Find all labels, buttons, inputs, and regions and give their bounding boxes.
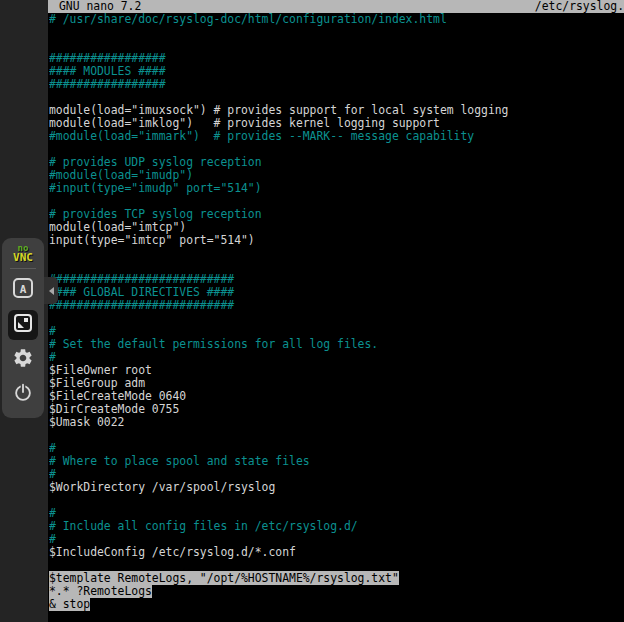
terminal-line: ########################### [49, 299, 624, 312]
settings-button[interactable] [8, 346, 38, 374]
clipboard-button[interactable]: A [8, 276, 38, 304]
power-button[interactable] [8, 380, 38, 408]
terminal-line: #module(load="immark") # provides --MARK… [49, 130, 624, 143]
svg-text:A: A [20, 283, 27, 296]
panel-divider [10, 268, 36, 269]
terminal-line: ################# [49, 78, 624, 91]
nano-titlebar: GNU nano 7.2 /etc/rsyslog. [48, 0, 624, 13]
novnc-viewport: GNU nano 7.2 /etc/rsyslog. # /usr/share/… [0, 0, 624, 622]
novnc-control-bar: no VNC A [2, 238, 44, 418]
terminal-line: # Set the default permissions for all lo… [49, 338, 624, 351]
terminal-line [49, 247, 624, 260]
terminal-line [49, 312, 624, 325]
a-key-icon: A [11, 276, 35, 304]
terminal-screen[interactable]: GNU nano 7.2 /etc/rsyslog. # /usr/share/… [48, 0, 624, 622]
terminal-line: input(type="imtcp" port="514") [49, 234, 624, 247]
fullscreen-icon [11, 311, 35, 339]
terminal-line: $Umask 0022 [49, 416, 624, 429]
terminal-line: & stop [49, 598, 624, 611]
collapse-arrow-icon [49, 287, 54, 295]
terminal-line: $IncludeConfig /etc/rsyslog.d/*.conf [49, 546, 624, 559]
terminal-line: # /usr/share/doc/rsyslog-doc/html/config… [49, 13, 624, 26]
control-bar-handle[interactable] [44, 277, 58, 304]
nano-version: GNU nano 7.2 [48, 0, 141, 13]
terminal-line [49, 494, 624, 507]
terminal-line: # Where to place spool and state files [49, 455, 624, 468]
terminal-line: $WorkDirectory /var/spool/rsyslog [49, 481, 624, 494]
terminal-content[interactable]: # /usr/share/doc/rsyslog-doc/html/config… [49, 13, 624, 622]
gear-icon [12, 347, 34, 373]
terminal-line: # Include all config files in /etc/rsysl… [49, 520, 624, 533]
power-icon [12, 381, 34, 407]
terminal-line [49, 429, 624, 442]
novnc-logo: no VNC [13, 244, 33, 262]
terminal-line: $DirCreateMode 0755 [49, 403, 624, 416]
nano-filename: /etc/rsyslog. [535, 0, 624, 13]
terminal-line: *.* ?RemoteLogs [49, 585, 624, 598]
terminal-line [49, 26, 624, 39]
novnc-logo-vnc: VNC [13, 253, 33, 262]
fullscreen-button[interactable] [8, 310, 38, 340]
terminal-line: #input(type="imudp" port="514") [49, 182, 624, 195]
